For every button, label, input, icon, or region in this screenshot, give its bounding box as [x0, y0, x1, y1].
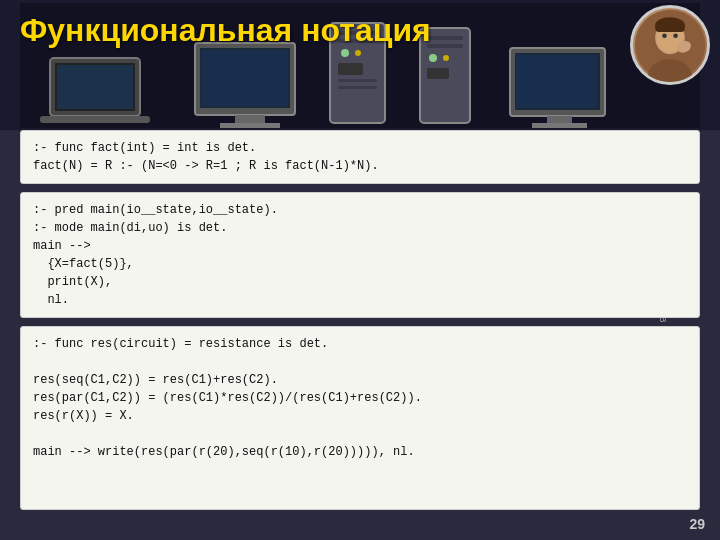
svg-point-12 — [341, 49, 349, 57]
svg-point-33 — [662, 33, 667, 38]
svg-rect-22 — [427, 68, 449, 79]
code-block-3-text: :- func res(circuit) = resistance is det… — [33, 337, 422, 459]
svg-rect-36 — [655, 23, 685, 32]
svg-rect-7 — [235, 115, 265, 123]
page-number: 29 — [689, 516, 705, 532]
slide-title: Функциональная нотация — [20, 12, 431, 49]
slide: Функциональная нотация ©2009 Сошников Д.… — [0, 0, 720, 540]
svg-rect-25 — [547, 116, 572, 123]
svg-rect-16 — [338, 86, 377, 89]
svg-point-13 — [355, 50, 361, 56]
svg-rect-15 — [338, 79, 377, 82]
svg-rect-3 — [40, 116, 150, 123]
svg-rect-26 — [532, 123, 587, 128]
svg-rect-27 — [202, 50, 288, 106]
svg-point-20 — [429, 54, 437, 62]
content-area: :- func fact(int) = int is det. fact(N) … — [20, 130, 700, 510]
code-block-1: :- func fact(int) = int is det. fact(N) … — [20, 130, 700, 184]
svg-rect-8 — [220, 123, 280, 128]
code-block-2-text: :- pred main(io__state,io__state). :- mo… — [33, 203, 278, 307]
code-block-3: :- func res(circuit) = resistance is det… — [20, 326, 700, 510]
svg-rect-18 — [427, 36, 463, 40]
svg-rect-19 — [427, 44, 463, 48]
svg-rect-14 — [338, 63, 363, 75]
svg-rect-28 — [516, 55, 597, 108]
code-block-2: :- pred main(io__state,io__state). :- mo… — [20, 192, 700, 318]
svg-point-21 — [443, 55, 449, 61]
avatar — [630, 5, 710, 85]
code-block-1-text: :- func fact(int) = int is det. fact(N) … — [33, 141, 379, 173]
svg-rect-4 — [57, 65, 133, 109]
svg-point-34 — [673, 33, 678, 38]
